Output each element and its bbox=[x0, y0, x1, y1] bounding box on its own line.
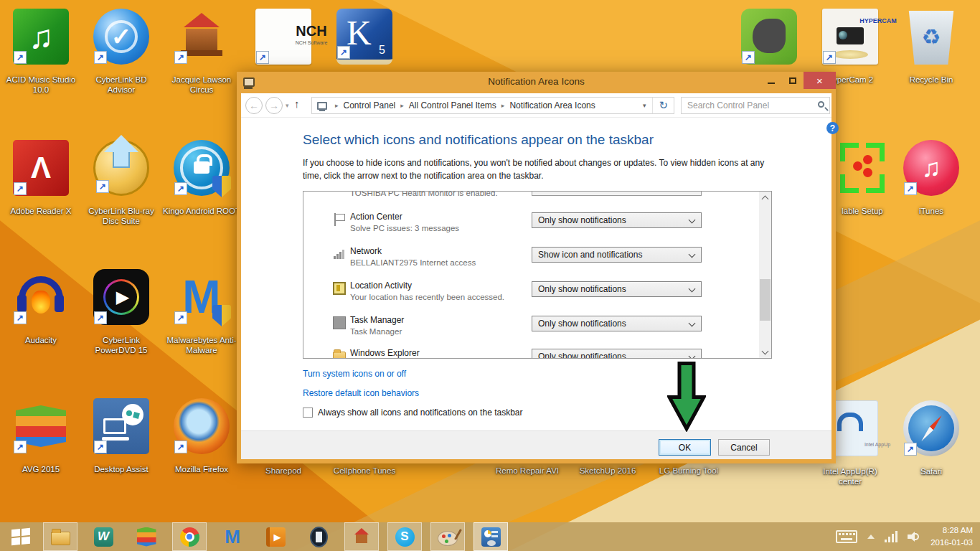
breadcrumb-notification-area-icons[interactable]: Notification Area Icons bbox=[509, 100, 595, 110]
list-item-location-activity: Location Activity Your location has rece… bbox=[303, 279, 748, 314]
recycle-symbol: ♻ bbox=[903, 9, 959, 65]
powerdvd-icon: ▶↗ bbox=[93, 269, 149, 325]
back-button[interactable]: ← bbox=[245, 97, 263, 114]
show-hidden-icons-chevron-icon[interactable] bbox=[867, 534, 875, 539]
clock-date: 2016-01-03 bbox=[930, 537, 973, 549]
desktop: ♫↗ ACID Music Studio 10.0 ✓↗ CyberLink B… bbox=[0, 0, 980, 551]
address-dropdown-chevron-icon[interactable]: ▾ bbox=[636, 102, 653, 109]
scrollbar[interactable] bbox=[759, 192, 771, 358]
taskbar-clock[interactable]: 8:28 AM 2016-01-03 bbox=[930, 524, 973, 548]
taskbar-item-media-app[interactable] bbox=[301, 522, 336, 551]
compass-needle bbox=[920, 414, 944, 443]
desktop-icon-label-lg-burning-tool[interactable]: LG Burning Tool bbox=[635, 466, 743, 475]
desktop-icon-label-cellphone-tunes[interactable]: Cellphone Tunes bbox=[311, 466, 418, 475]
behavior-dropdown[interactable]: Show icon and notifications bbox=[532, 247, 702, 263]
link-restore-default-behaviors[interactable]: Restore default icon behaviors bbox=[303, 388, 419, 398]
desktop-icon-evernote[interactable]: ↗ bbox=[730, 9, 809, 75]
desktop-icon-cyberlink-powerdvd-15[interactable]: ▶↗ CyberLink PowerDVD 15 bbox=[82, 269, 161, 356]
behavior-dropdown[interactable]: Only show notifications bbox=[532, 316, 702, 331]
safari-compass-icon: ↗ bbox=[903, 400, 959, 456]
scroll-down-button[interactable] bbox=[759, 346, 771, 358]
list-item-task-manager: Task Manager Task Manager Only show noti… bbox=[303, 314, 748, 348]
desktop-icon-mozilla-firefox[interactable]: ↗ Mozilla Firefox bbox=[162, 398, 241, 474]
desktop-icon-label: Adobe Reader X bbox=[1, 206, 80, 216]
ok-button[interactable]: OK bbox=[659, 439, 711, 456]
volume-icon[interactable] bbox=[908, 531, 920, 542]
behavior-dropdown[interactable]: Only show notifications bbox=[532, 349, 702, 359]
desktop-icon-avg-2015[interactable]: ↗ AVG 2015 bbox=[1, 398, 80, 474]
taskbar-item-powerdvd[interactable]: ▶ bbox=[258, 522, 293, 551]
recent-pages-chevron-icon[interactable]: ▾ bbox=[286, 102, 289, 109]
always-show-checkbox[interactable] bbox=[303, 408, 313, 418]
chevron-down-icon bbox=[689, 286, 696, 293]
shortcut-arrow-icon: ↗ bbox=[742, 51, 755, 64]
desktop-icon-audacity[interactable]: ↗ Audacity bbox=[1, 269, 80, 345]
chevron-down-icon bbox=[689, 217, 696, 224]
desktop-icon-acid-music-studio[interactable]: ♫↗ ACID Music Studio 10.0 bbox=[1, 9, 80, 95]
dropdown-value: Show icon and notifications bbox=[538, 250, 642, 260]
desktop-icon-malwarebytes[interactable]: M↗ Malwarebytes Anti-Malware bbox=[162, 269, 241, 356]
address-bar[interactable]: ▸ Control Panel ▸ All Control Panel Item… bbox=[311, 97, 674, 114]
shortcut-arrow-icon: ↗ bbox=[174, 182, 187, 195]
desktop-icon-itunes[interactable]: ♫↗ iTunes bbox=[892, 140, 971, 216]
taskbar-item-file-explorer[interactable] bbox=[43, 522, 77, 551]
evernote-elephant-icon: ↗ bbox=[741, 9, 797, 65]
desktop-icon-safari[interactable]: ↗ Safari bbox=[892, 400, 971, 476]
scrollbar-thumb[interactable] bbox=[760, 279, 771, 321]
help-icon[interactable]: ? bbox=[826, 122, 839, 134]
computer-icon bbox=[317, 102, 327, 110]
forward-button[interactable]: → bbox=[265, 97, 283, 114]
taskbar-item-wondershare[interactable]: W bbox=[86, 522, 121, 551]
audacity-icon: ↗ bbox=[13, 269, 69, 325]
start-button[interactable] bbox=[0, 522, 42, 551]
clipped-list-text: TOSHIBA PC Health Monitor is enabled. bbox=[350, 191, 498, 197]
taskbar-item-control-panel-active[interactable] bbox=[473, 522, 508, 551]
link-turn-system-icons[interactable]: Turn system icons on or off bbox=[303, 369, 406, 379]
close-button[interactable]: × bbox=[804, 72, 836, 89]
desktop-icon-adobe-reader-x[interactable]: Λ↗ Adobe Reader X bbox=[1, 140, 80, 216]
taskbar-item-skype[interactable]: S bbox=[387, 522, 422, 551]
cancel-button[interactable]: Cancel bbox=[718, 439, 770, 456]
desktop-icon-cyberlink-bluray-disc-suite[interactable]: ↗ CyberLink Blu-ray Disc Suite bbox=[82, 140, 161, 227]
clipped-behavior-dropdown[interactable] bbox=[532, 191, 702, 196]
desktop-icon-kingo-android-root[interactable]: ↗ Kingo Android ROOT bbox=[162, 140, 241, 216]
up-one-level-button[interactable]: ↑ bbox=[294, 98, 300, 110]
scroll-up-button[interactable] bbox=[759, 192, 771, 204]
desktop-icon-label: Jacquie Lawson Circus bbox=[162, 75, 241, 95]
search-input[interactable] bbox=[682, 98, 829, 113]
desktop-icon-desktop-assist[interactable]: ↗ Desktop Assist bbox=[82, 398, 161, 474]
item-detail: Your location has recently been accessed… bbox=[350, 293, 504, 301]
taskbar-item-jacquie-lawson[interactable] bbox=[344, 522, 379, 551]
touch-keyboard-icon[interactable] bbox=[836, 530, 857, 543]
desktop-icon-jacquie-lawson-circus[interactable]: ↗ Jacquie Lawson Circus bbox=[162, 9, 241, 95]
breadcrumb-control-panel[interactable]: Control Panel bbox=[344, 100, 396, 110]
breadcrumb-all-control-panel-items[interactable]: All Control Panel Items bbox=[409, 100, 496, 110]
title-bar[interactable]: Notification Area Icons × bbox=[237, 72, 836, 93]
desktop-icon-k5[interactable]: K5↗ bbox=[325, 9, 404, 75]
control-panel-icon bbox=[481, 527, 501, 547]
list-item-action-center: Action Center Solve PC issues: 3 message… bbox=[303, 210, 748, 245]
taskbar-item-malwarebytes[interactable]: M bbox=[215, 522, 250, 551]
taskbar-item-paint[interactable] bbox=[430, 522, 465, 551]
dropdown-value: Only show notifications bbox=[538, 319, 626, 329]
windows-explorer-folder-icon bbox=[333, 352, 346, 359]
network-signal-icon[interactable] bbox=[885, 531, 899, 542]
clock-time: 8:28 AM bbox=[930, 524, 973, 537]
minimize-button[interactable] bbox=[760, 72, 782, 89]
desktop-icon-label: Audacity bbox=[1, 335, 80, 345]
refresh-button[interactable]: ↻ bbox=[652, 98, 674, 113]
taskbar-item-chrome[interactable] bbox=[172, 522, 207, 551]
behavior-dropdown[interactable]: Only show notifications bbox=[532, 212, 702, 228]
search-icon[interactable] bbox=[818, 101, 824, 108]
windows-logo-icon bbox=[11, 528, 30, 546]
desktop-icon-label: CyberLink PowerDVD 15 bbox=[82, 335, 161, 356]
kingo-root-icon: ↗ bbox=[174, 140, 230, 196]
desktop-icon-nch-software[interactable]: SNCHNCH Software↗ bbox=[244, 9, 323, 75]
desktop-icon-recycle-bin[interactable]: ♻ Recycle Bin bbox=[892, 9, 971, 85]
task-manager-icon bbox=[333, 316, 346, 329]
desktop-icon-cyberlink-bd-advisor[interactable]: ✓↗ CyberLink BD Advisor bbox=[82, 9, 161, 95]
taskbar-item-avg[interactable] bbox=[129, 522, 164, 551]
shortcut-arrow-icon: ↗ bbox=[174, 441, 187, 453]
maximize-button[interactable] bbox=[782, 72, 804, 89]
behavior-dropdown[interactable]: Only show notifications bbox=[532, 281, 702, 297]
